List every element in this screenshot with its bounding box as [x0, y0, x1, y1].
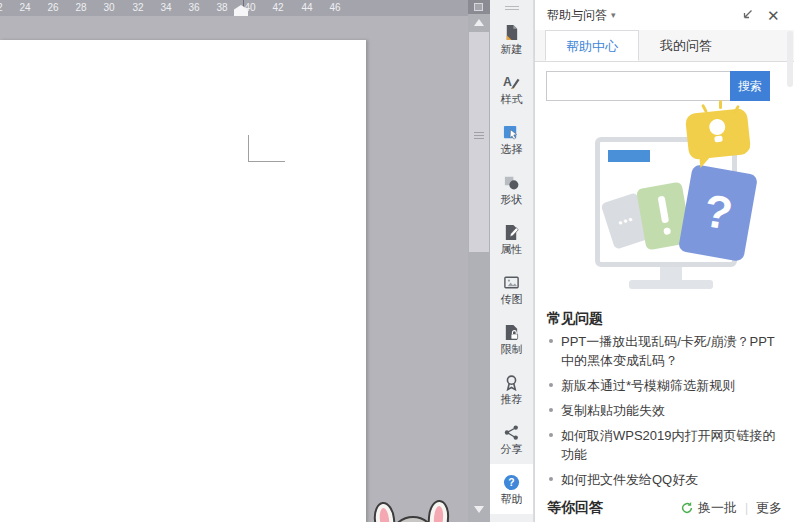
sidebar-item-new[interactable]: 新建 [490, 14, 533, 64]
upload-image-icon [503, 274, 520, 291]
sidebar-item-label: 分享 [501, 444, 523, 455]
panel-scrollbar[interactable] [787, 31, 793, 87]
select-icon [503, 124, 520, 141]
close-icon[interactable]: ✕ [767, 8, 782, 23]
help-panel: 帮助与问答 ▾ ✕ 帮助中心我的问答 搜索 ••• ? 常见问题 PPT一播放出… [534, 0, 794, 522]
svg-text:A: A [503, 75, 512, 89]
sidebar-item-label: 属性 [501, 244, 523, 255]
properties-icon [503, 224, 520, 241]
text-boundary-corner-mark [248, 161, 285, 162]
ruler-number: 28 [75, 2, 86, 13]
text-boundary-corner-mark [248, 135, 249, 162]
document-page[interactable] [0, 40, 366, 522]
sidebar-item-label: 形状 [501, 194, 523, 205]
faq-heading: 常见问题 [547, 310, 782, 328]
search-button[interactable]: 搜索 [730, 71, 770, 101]
refresh-batch-button[interactable]: 换一批 [680, 499, 737, 517]
recommend-icon [503, 374, 520, 391]
svg-text:?: ? [508, 477, 514, 488]
sidebar-item-label: 传图 [501, 294, 523, 305]
monitor-stand [660, 267, 682, 280]
search-input[interactable] [546, 71, 730, 101]
sidebar-item-share[interactable]: 分享 [490, 414, 533, 464]
tab-my-qa[interactable]: 我的问答 [639, 30, 733, 61]
side-toolbar: 新建A样式选择形状属性传图限制推荐分享?帮助 [490, 0, 534, 522]
sidebar-item-label: 选择 [501, 144, 523, 155]
faq-item[interactable]: 复制粘贴功能失效 [547, 398, 784, 423]
ruler-number: 24 [19, 2, 30, 13]
sidebar-item-restrict[interactable]: 限制 [490, 314, 533, 364]
faq-item[interactable]: 如何把文件发给QQ好友 [547, 467, 784, 492]
faq-item[interactable]: PPT一播放出现乱码/卡死/崩溃？PPT中的黑体变成乱码？ [547, 329, 784, 373]
monitor-titlebar-graphic [608, 150, 650, 162]
refresh-icon [680, 501, 694, 515]
more-button[interactable]: 更多 [756, 499, 782, 517]
document-workspace [0, 16, 468, 522]
new-doc-icon [503, 24, 520, 41]
style-icon: A [503, 74, 520, 91]
panel-title: 帮助与问答 [547, 7, 607, 24]
sidebar-item-shape[interactable]: 形状 [490, 164, 533, 214]
help-illustration: ••• ? [535, 113, 794, 305]
ruler-number: 44 [301, 2, 312, 13]
horizontal-ruler[interactable]: 22242628303234363840424446 [0, 0, 468, 16]
ruler-number: 22 [0, 2, 3, 13]
ruler-number: 46 [329, 2, 340, 13]
chevron-down-icon[interactable]: ▾ [611, 10, 728, 20]
ruler-number: 40 [244, 2, 255, 13]
panel-header: 帮助与问答 ▾ ✕ [535, 0, 794, 30]
sidebar-item-properties[interactable]: 属性 [490, 214, 533, 264]
ruler-number: 42 [272, 2, 283, 13]
sidebar-item-label: 新建 [501, 44, 523, 55]
sidebar-item-label: 样式 [501, 94, 523, 105]
faq-item[interactable]: 新版本通过*号模糊筛选新规则 [547, 373, 784, 398]
answers-heading: 等你回答 [547, 499, 680, 517]
scrollbar-thumb[interactable] [469, 32, 489, 252]
faq-list: PPT一播放出现乱码/卡死/崩溃？PPT中的黑体变成乱码？新版本通过*号模糊筛选… [535, 329, 794, 492]
vertical-scrollbar[interactable] [468, 0, 490, 522]
scroll-down-arrow[interactable] [474, 506, 484, 513]
rabbit-ear [427, 499, 450, 522]
help-tabs: 帮助中心我的问答 [535, 30, 794, 62]
help-icon: ? [503, 474, 520, 491]
rabbit-mascot-sticker[interactable] [370, 500, 460, 522]
sidebar-item-recommend[interactable]: 推荐 [490, 364, 533, 414]
ruler-toggle-button[interactable] [468, 0, 490, 14]
sidebar-item-label: 推荐 [501, 394, 523, 405]
restrict-icon [503, 324, 520, 341]
sidebar-item-help[interactable]: ?帮助 [490, 464, 533, 514]
scrollbar-grip [474, 132, 484, 141]
ruler-number: 32 [132, 2, 143, 13]
undock-arrow-icon[interactable] [740, 8, 755, 23]
scroll-up-arrow[interactable] [474, 19, 484, 26]
sidebar-item-upload-image[interactable]: 传图 [490, 264, 533, 314]
ruler-number: 38 [216, 2, 227, 13]
sidebar-item-label: 限制 [501, 344, 523, 355]
shape-icon [503, 174, 520, 191]
divider: | [745, 501, 748, 515]
sidebar-item-label: 帮助 [501, 494, 523, 505]
monitor-base [629, 280, 713, 289]
rabbit-ear [372, 501, 397, 522]
sidebar-item-select[interactable]: 选择 [490, 114, 533, 164]
question-card-graphic: ? [678, 164, 758, 262]
answers-row: 等你回答 换一批 | 更多 [547, 499, 782, 517]
tab-help-center[interactable]: 帮助中心 [545, 30, 639, 61]
ruler-number: 26 [47, 2, 58, 13]
share-icon [503, 424, 520, 441]
sidebar-item-style[interactable]: A样式 [490, 64, 533, 114]
faq-item[interactable]: 如何取消WPS2019内打开网页链接的功能 [547, 423, 784, 467]
ruler-number: 34 [160, 2, 171, 13]
ray-graphic [719, 100, 722, 109]
ruler-number: 36 [188, 2, 199, 13]
lightbulb-bubble-graphic [685, 108, 751, 160]
toolbar-handle[interactable] [505, 6, 519, 10]
side-toolbar-items: 新建A样式选择形状属性传图限制推荐分享?帮助 [490, 14, 533, 514]
search-row: 搜索 [546, 71, 770, 101]
ruler-number: 30 [103, 2, 114, 13]
